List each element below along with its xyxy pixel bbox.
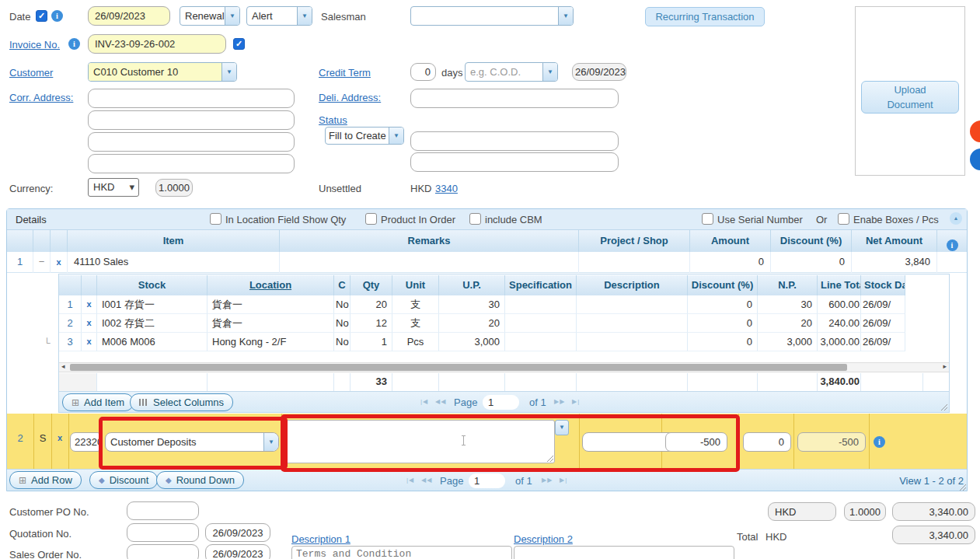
unsettled-amount-link[interactable]: 3340 [435,183,458,194]
row2-amount-input[interactable]: -500 [665,432,727,452]
main-header-net[interactable]: Net Amount [852,230,937,252]
subrow3-stock-date[interactable]: 26/09/ [861,333,905,351]
sales-order-input[interactable] [127,544,199,559]
subrow1-qty[interactable]: 20 [350,295,392,314]
quotation-date-input[interactable]: 26/09/2023 [205,523,270,542]
subrow3-delete-icon[interactable]: x [82,333,97,351]
scrollbar-thumb[interactable] [70,364,847,371]
date-info-icon[interactable]: i [51,10,63,22]
credit-term-select[interactable]: e.g. C.O.D. ▼ [465,62,558,82]
deli-address-line1[interactable] [410,89,619,108]
row1-discount[interactable]: 0 [771,252,852,273]
row1-net[interactable]: 3,840 [852,252,937,273]
info-icon[interactable]: i [947,239,958,251]
row2-info-icon[interactable]: i [874,436,885,448]
credit-days-input[interactable]: 0 [410,63,436,81]
row2-discount-input[interactable]: 0 [743,432,791,452]
show-qty-checkbox[interactable] [210,213,221,225]
row2-account-code-input[interactable]: 22320 [70,432,103,452]
sub-pager-last-icon[interactable]: ▶| [572,398,580,405]
salesman-select[interactable]: ▼ [410,6,574,26]
row1-project[interactable] [579,252,690,273]
add-row-button[interactable]: ⊞ Add Row [9,471,82,489]
date-checkbox[interactable]: ✓ [36,10,47,22]
serial-number-checkbox[interactable] [702,213,713,225]
sub-pager-prev-icon[interactable]: ◀◀ [435,398,446,405]
round-down-button[interactable]: ◆ Round Down [156,471,244,489]
renewal-select[interactable]: Renewal ▼ [180,6,240,26]
subrow2-line-total[interactable]: 240.00 [818,314,861,333]
status-label[interactable]: Status [319,114,347,126]
discount-button[interactable]: ◆ Discount [89,471,158,489]
subrow3-up[interactable]: 3,000 [439,333,505,351]
subgrid-hscrollbar[interactable]: ◂ ▸ [59,362,949,372]
subrow3-line-total[interactable]: 3,000.00 [818,333,861,351]
sales-order-date-input[interactable]: 26/09/2023 [205,544,270,559]
corr-address-line3[interactable] [88,132,295,152]
subrow3-unit[interactable]: Pcs [392,333,439,351]
sub-header-stock[interactable]: Stock [97,275,208,295]
sub-header-stock-date[interactable]: Stock Da [861,275,905,295]
floating-blue-button[interactable] [970,148,980,170]
status-select[interactable]: Fill to Create ▼ [325,127,404,145]
corr-address-label[interactable]: Corr. Address: [9,92,73,103]
subrow1-discount[interactable]: 0 [688,295,758,314]
deli-address-line3[interactable] [410,152,619,172]
sub-pager-page-input[interactable]: 1 [483,395,519,410]
corr-address-line1[interactable] [88,89,295,108]
main-header-amount[interactable]: Amount [690,230,771,252]
sub-header-discount[interactable]: Discount (%) [688,275,758,295]
corr-address-line2[interactable] [88,110,295,130]
product-in-order-checkbox[interactable] [365,213,377,225]
add-item-button[interactable]: ⊞ Add Item [62,393,134,411]
subrow3-discount[interactable]: 0 [688,333,758,351]
description1-label[interactable]: Description 1 [291,533,350,545]
sub-header-description[interactable]: Description [577,275,688,295]
sub-pager-next-icon[interactable]: ▶▶ [554,398,565,405]
invoice-auto-checkbox[interactable]: ✓ [233,38,245,50]
collapse-panel-icon[interactable]: ▲ [950,212,962,225]
subrow3-stock[interactable]: M006 M006 [97,333,208,351]
description1-textarea[interactable] [291,546,512,559]
sub-header-qty[interactable]: Qty [350,275,392,295]
sub-header-up[interactable]: U.P. [439,275,505,295]
description2-textarea[interactable] [514,546,734,559]
main-header-discount[interactable]: Discount (%) [771,230,852,252]
customer-label[interactable]: Customer [9,67,53,79]
subrow2-discount[interactable]: 0 [688,314,758,333]
sub-header-specification[interactable]: Specification [505,275,577,295]
subrow3-qty[interactable]: 1 [350,333,392,351]
main-header-remarks[interactable]: Remarks [280,230,579,252]
main-pager-prev-icon[interactable]: ◀◀ [421,477,432,484]
sub-header-line-total[interactable]: Line Tota [818,275,861,295]
sub-header-np[interactable]: N.P. [758,275,818,295]
upload-document-button[interactable]: Upload Document [861,81,959,114]
deli-address-label[interactable]: Deli. Address: [319,92,381,103]
subrow1-np[interactable]: 30 [758,295,818,314]
scroll-right-icon[interactable]: ▸ [943,362,947,370]
subrow2-c[interactable]: No [334,314,350,333]
credit-term-date[interactable]: 26/09/2023 [572,63,626,81]
invoice-no-label[interactable]: Invoice No. [9,39,60,51]
subrow1-c[interactable]: No [334,295,350,314]
row1-amount[interactable]: 0 [690,252,771,273]
subrow2-unit[interactable]: 支 [392,314,439,333]
subrow1-specification[interactable] [505,295,577,314]
alert-select[interactable]: Alert ▼ [246,6,312,26]
main-pager-page-input[interactable]: 1 [469,473,505,488]
subrow2-up[interactable]: 20 [439,314,505,333]
invoice-info-icon[interactable]: i [68,38,80,50]
subrow3-description[interactable] [577,333,688,351]
subrow3-np[interactable]: 3,000 [758,333,818,351]
row1-item[interactable]: 41110 Sales [68,252,280,273]
subrow3-location[interactable]: Hong Kong - 2/F [208,333,334,351]
floating-red-button[interactable] [970,121,980,142]
subrow2-qty[interactable]: 12 [350,314,392,333]
subrow1-stock-date[interactable]: 26/09/ [861,295,905,314]
subrow2-specification[interactable] [505,314,577,333]
row1-remarks[interactable] [280,252,579,273]
include-cbm-checkbox[interactable] [469,213,481,225]
subrow3-c[interactable]: No [334,333,350,351]
subrow2-delete-icon[interactable]: x [82,314,97,333]
invoice-no-input[interactable]: INV-23-09-26-002 [88,34,226,54]
